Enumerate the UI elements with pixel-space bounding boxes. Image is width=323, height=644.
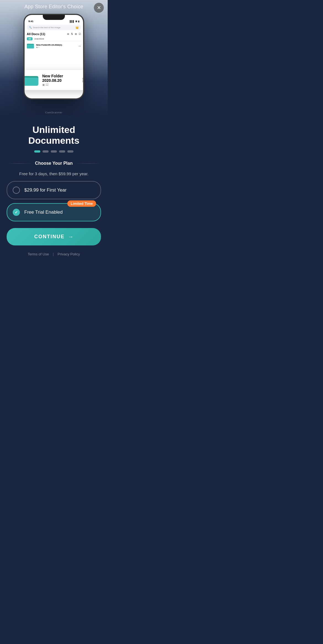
floating-folder-icon: [25, 74, 39, 86]
divider-line-right: [76, 163, 101, 164]
floating-folder-count: ▣ 12: [42, 83, 79, 86]
docs-header: All Docs (11) ⊕ ⇅ ⊞ ☑: [25, 31, 83, 37]
checkmark-icon: ✓: [15, 210, 18, 214]
floating-folder-name: New Folder 2020.08.20: [42, 74, 79, 83]
grid-icon[interactable]: ⊞: [75, 33, 77, 35]
filter-unarchived[interactable]: Unarchived: [34, 38, 44, 40]
search-icon: 🔍: [29, 26, 32, 29]
floating-more-icon[interactable]: [82, 78, 83, 82]
footer-separator: |: [53, 252, 54, 256]
filter-row: All Unarchived: [25, 37, 83, 41]
main-title: Unlimited Documents: [7, 124, 101, 146]
signal-icon: ▌▌▌: [70, 20, 75, 23]
privacy-link[interactable]: Privacy Policy: [58, 252, 80, 256]
docs-title: All Docs (11): [27, 32, 45, 36]
plan-option-2-label: Free Trial Enabled: [24, 210, 63, 215]
phone-screen: 9:41 ▌▌▌ ⊠ ▮ 🔍 Search the text of the im…: [25, 15, 83, 98]
continue-button[interactable]: CONTINUE →: [7, 228, 101, 245]
dot-3: [51, 150, 57, 153]
plan-divider: Choose Your Plan: [7, 161, 101, 166]
dot-4: [59, 150, 65, 153]
wifi-icon: ⊠: [75, 20, 77, 23]
svg-rect-2: [27, 44, 34, 48]
phone-frame: 9:41 ▌▌▌ ⊠ ▮ 🔍 Search the text of the im…: [23, 14, 84, 100]
plan-option-2[interactable]: Limited Time ✓ Free Trial Enabled: [7, 203, 101, 221]
status-icons: ▌▌▌ ⊠ ▮: [70, 20, 79, 23]
filter-all[interactable]: All: [27, 37, 33, 40]
sort-icon[interactable]: ⇅: [71, 33, 73, 35]
search-placeholder-text: Search the text of the image: [33, 26, 74, 29]
floating-folder-info: New Folder 2020.08.20 ▣ 12: [42, 74, 79, 86]
hero-section: App Store Editor's Choice ✕ 9:41 ▌▌▌ ⊠ ▮…: [0, 0, 108, 116]
divider-line-left: [7, 163, 32, 164]
folder-count-1: ▣ 4: [36, 46, 77, 48]
folder-name-1: New Folder05-19-2022(1): [36, 44, 77, 46]
plan-section-title: Choose Your Plan: [35, 161, 73, 166]
search-bar[interactable]: 🔍 Search the text of the image 👑: [27, 25, 81, 30]
radio-selected: ✓: [13, 209, 20, 216]
status-time: 9:41: [28, 20, 33, 23]
limited-time-badge: Limited Time: [67, 200, 96, 207]
plan-option-1-label: $29.99 for First Year: [24, 187, 67, 193]
close-button[interactable]: ✕: [94, 3, 104, 13]
folder-info-1: New Folder05-19-2022(1) ▣ 4: [36, 44, 77, 48]
terms-link[interactable]: Terms of Use: [28, 252, 49, 256]
app-name-label: CamScanner: [45, 111, 63, 114]
folder-more-icon-1[interactable]: •••: [79, 45, 81, 47]
dot-1: [34, 150, 40, 153]
plan-option-1[interactable]: $29.99 for First Year: [7, 181, 101, 199]
select-icon[interactable]: ☑: [79, 33, 81, 35]
bottom-section: Unlimited Documents Choose Your Plan Fre…: [0, 116, 108, 262]
floating-folder-card: New Folder 2020.08.20 ▣ 12: [25, 70, 83, 90]
crown-icon: 👑: [75, 26, 79, 29]
dots-indicator: [34, 150, 73, 153]
battery-icon: ▮: [78, 20, 79, 23]
continue-label: CONTINUE: [34, 234, 65, 240]
plan-subtitle: Free for 3 days, then $59.99 per year.: [19, 171, 89, 176]
continue-arrow-icon: →: [68, 234, 73, 240]
dot-2: [43, 150, 49, 153]
dot-5: [67, 150, 73, 153]
phone-mockup: 9:41 ▌▌▌ ⊠ ▮ 🔍 Search the text of the im…: [23, 14, 84, 100]
footer-links: Terms of Use | Privacy Policy: [28, 252, 80, 256]
hero-title: App Store Editor's Choice: [24, 0, 83, 10]
svg-rect-5: [25, 77, 38, 85]
folder-item-1[interactable]: New Folder05-19-2022(1) ▣ 4 •••: [25, 41, 83, 51]
folder-icon-small-1: [27, 43, 35, 49]
add-folder-icon[interactable]: ⊕: [67, 33, 69, 35]
phone-notch: [43, 15, 65, 20]
radio-unselected: [13, 187, 20, 194]
docs-action-icons: ⊕ ⇅ ⊞ ☑: [67, 33, 81, 35]
